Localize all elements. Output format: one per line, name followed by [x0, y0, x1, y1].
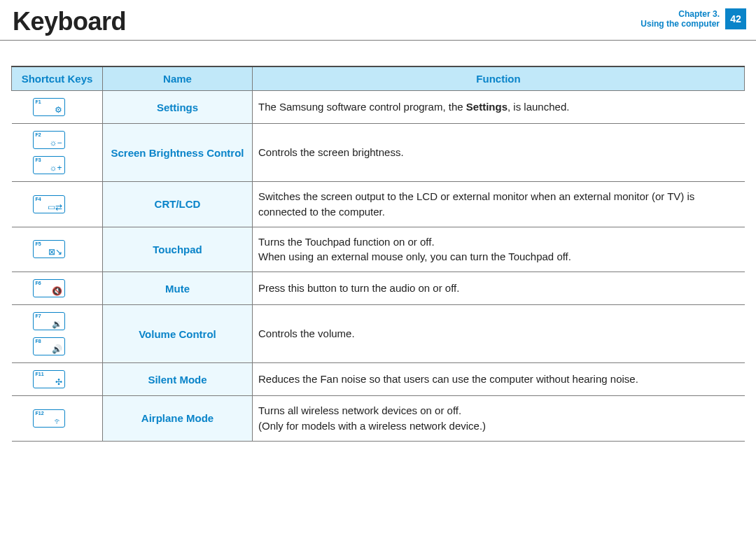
- shortcut-function-cell: Controls the screen brightness.: [253, 124, 745, 182]
- shortcut-function-cell: Reduces the Fan noise so that users can …: [253, 363, 745, 396]
- shortcut-key-cell: F2☼−F3☼+: [12, 124, 103, 182]
- shortcut-name-cell: Screen Brightness Control: [103, 124, 253, 182]
- shortcut-function-cell: Controls the volume.: [253, 305, 745, 363]
- shortcut-key-cell: F5⊠↘: [12, 227, 103, 272]
- page-title: Keyboard: [13, 7, 126, 36]
- chapter-line-2: Using the computer: [640, 19, 720, 29]
- table-row: F12ᯤAirplane ModeTurns all wireless netw…: [12, 396, 745, 442]
- keyboard-key-icon: F5⊠↘: [33, 240, 65, 258]
- shortcut-function-cell: The Samsung software control program, th…: [253, 91, 745, 124]
- keyboard-key-icon: F1⚙: [33, 98, 65, 116]
- shortcut-function-cell: Turns the Touchpad function on or off.Wh…: [253, 227, 745, 272]
- header-shortcut-keys: Shortcut Keys: [12, 66, 103, 91]
- shortcut-name-cell: Silent Mode: [103, 363, 253, 396]
- keyboard-key-icon: F8🔊: [33, 337, 65, 355]
- header-function: Function: [253, 66, 745, 91]
- table-row: F11✣Silent ModeReduces the Fan noise so …: [12, 363, 745, 396]
- shortcut-key-cell: F6🔇: [12, 272, 103, 305]
- table-row: F6🔇MutePress this button to turn the aud…: [12, 272, 745, 305]
- header-name: Name: [103, 66, 253, 91]
- keyboard-key-icon: F11✣: [33, 370, 65, 388]
- page-number-badge: 42: [725, 8, 746, 29]
- shortcut-function-cell: Press this button to turn the audio on o…: [253, 272, 745, 305]
- keyboard-key-icon: F6🔇: [33, 279, 65, 297]
- table-row: F4▭⇄CRT/LCDSwitches the screen output to…: [12, 182, 745, 227]
- shortcut-name-cell: Airplane Mode: [103, 396, 253, 442]
- keyboard-key-icon: F12ᯤ: [33, 409, 65, 428]
- shortcut-table-container: Shortcut Keys Name Function F1⚙SettingsT…: [0, 41, 756, 442]
- page-header: Keyboard Chapter 3. Using the computer 4…: [0, 0, 756, 41]
- table-row: F5⊠↘TouchpadTurns the Touchpad function …: [12, 227, 745, 272]
- shortcut-key-cell: F7🔉F8🔊: [12, 305, 103, 363]
- shortcut-name-cell: Settings: [103, 91, 253, 124]
- keyboard-key-icon: F7🔉: [33, 312, 65, 330]
- keyboard-key-icon: F4▭⇄: [33, 195, 65, 213]
- shortcut-name-cell: Mute: [103, 272, 253, 305]
- shortcut-name-cell: CRT/LCD: [103, 182, 253, 227]
- keyboard-key-icon: F2☼−: [33, 131, 65, 149]
- shortcut-keys-table: Shortcut Keys Name Function F1⚙SettingsT…: [11, 66, 745, 442]
- keyboard-key-icon: F3☼+: [33, 156, 65, 174]
- shortcut-name-cell: Touchpad: [103, 227, 253, 272]
- shortcut-key-cell: F12ᯤ: [12, 396, 103, 442]
- shortcut-key-cell: F11✣: [12, 363, 103, 396]
- chapter-label: Chapter 3. Using the computer: [640, 9, 720, 29]
- shortcut-name-cell: Volume Control: [103, 305, 253, 363]
- shortcut-key-cell: F4▭⇄: [12, 182, 103, 227]
- shortcut-function-cell: Turns all wireless network devices on or…: [253, 396, 745, 442]
- table-header-row: Shortcut Keys Name Function: [12, 66, 745, 91]
- header-right: Chapter 3. Using the computer 42: [640, 8, 746, 29]
- chapter-line-1: Chapter 3.: [640, 9, 720, 19]
- table-row: F7🔉F8🔊Volume ControlControls the volume.: [12, 305, 745, 363]
- table-row: F2☼−F3☼+Screen Brightness ControlControl…: [12, 124, 745, 182]
- table-row: F1⚙SettingsThe Samsung software control …: [12, 91, 745, 124]
- shortcut-key-cell: F1⚙: [12, 91, 103, 124]
- shortcut-function-cell: Switches the screen output to the LCD or…: [253, 182, 745, 227]
